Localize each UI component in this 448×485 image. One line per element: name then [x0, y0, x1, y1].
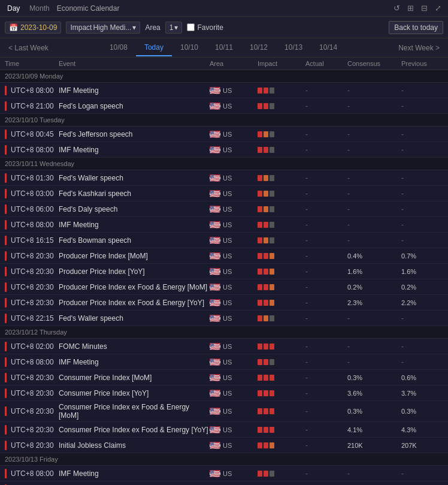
table-row[interactable]: UTC+8 22:00 Michigan Consumer Sentiment …: [0, 481, 448, 485]
event-cell: Fed's Logan speech: [59, 102, 210, 110]
impact-cell: [258, 147, 305, 153]
table-row[interactable]: UTC+8 20:30 Consumer Price Index [MoM] 🇺…: [0, 370, 448, 385]
row-indicator: [5, 406, 7, 416]
us-flag: 🇺🇸: [210, 359, 220, 366]
table-row[interactable]: UTC+8 20:30 Consumer Price Index ex Food…: [0, 401, 448, 422]
table-row[interactable]: UTC+8 08:00 IMF Meeting 🇺🇸 US - - -: [0, 217, 448, 233]
impact-bar: [258, 427, 262, 433]
us-flag: 🇺🇸: [210, 299, 220, 306]
table-row[interactable]: UTC+8 20:30 Producer Price Index ex Food…: [0, 295, 448, 311]
dash: -: [305, 283, 347, 291]
next-week-button[interactable]: Next Week >: [395, 41, 443, 55]
us-flag: 🇺🇸: [210, 221, 220, 228]
dash: -: [347, 469, 401, 478]
table-row[interactable]: UTC+8 08:00 IMF Meeting 🇺🇸 US - - -: [0, 354, 448, 370]
dash: -: [305, 130, 347, 138]
area-cell: 🇺🇸 US: [210, 268, 258, 275]
value-cell: 210K: [347, 442, 401, 449]
time-cell: UTC+8 08:00: [5, 220, 59, 230]
impact-bar: [258, 390, 262, 396]
impact-bar: [270, 300, 274, 306]
table-row[interactable]: UTC+8 22:15 Fed's Waller speech 🇺🇸 US - …: [0, 311, 448, 326]
table-row[interactable]: UTC+8 03:00 Fed's Kashkari speech 🇺🇸 US …: [0, 186, 448, 201]
impact-bar: [264, 206, 268, 212]
prev-week-button[interactable]: < Last Week: [5, 41, 52, 55]
event-cell: Fed's Bowman speech: [59, 236, 210, 245]
refresh-icon[interactable]: ↺: [392, 3, 402, 13]
table-row[interactable]: UTC+8 20:30 Producer Price Index [YoY] 🇺…: [0, 264, 448, 279]
table-row[interactable]: UTC+8 00:45 Fed's Jefferson speech 🇺🇸 US…: [0, 126, 448, 142]
day-tab-1014[interactable]: 10/14: [311, 40, 346, 56]
back-to-today-button[interactable]: Back to today: [389, 21, 443, 34]
table-row[interactable]: UTC+8 08:00 IMF Meeting 🇺🇸 US - - -: [0, 142, 448, 158]
row-indicator: [5, 236, 7, 245]
impact-bar: [258, 175, 262, 181]
area-cell: 🇺🇸 US: [210, 408, 258, 415]
layout2-icon[interactable]: ⊟: [419, 3, 429, 13]
impact-bar: [264, 442, 268, 448]
table-row[interactable]: UTC+8 20:30 Producer Price Index ex Food…: [0, 279, 448, 295]
row-indicator: [5, 298, 7, 308]
date-section: 2023/10/10 Tuesday: [0, 114, 448, 126]
table-row[interactable]: UTC+8 20:30 Producer Price Index [MoM] 🇺…: [0, 248, 448, 264]
time-cell: UTC+8 20:30: [5, 425, 59, 435]
impact-bar: [264, 269, 268, 275]
area-dropdown[interactable]: 1 ▾: [165, 22, 183, 34]
tab-month[interactable]: Month: [27, 3, 52, 14]
favorite-checkbox-label[interactable]: Favorite: [187, 23, 223, 32]
table-row[interactable]: UTC+8 20:30 Initial Jobless Claims 🇺🇸 US…: [0, 438, 448, 453]
dash: -: [347, 102, 401, 110]
col-actual: Actual: [305, 60, 347, 67]
dash: -: [305, 314, 347, 323]
chevron-down-icon: ▾: [132, 23, 136, 32]
table-row[interactable]: UTC+8 21:00 Fed's Logan speech 🇺🇸 US - -…: [0, 98, 448, 114]
value-cell: 4.3%: [401, 426, 443, 433]
table-row[interactable]: UTC+8 08:00 IMF Meeting 🇺🇸 US - - -: [0, 466, 448, 481]
table-row[interactable]: UTC+8 01:30 Fed's Waller speech 🇺🇸 US - …: [0, 170, 448, 186]
dash: -: [347, 342, 401, 351]
expand-icon[interactable]: ⤢: [433, 3, 443, 13]
day-tab-1013[interactable]: 10/13: [276, 40, 311, 56]
dash: -: [305, 102, 347, 110]
layout1-icon[interactable]: ⊞: [405, 3, 416, 13]
day-tab-1011[interactable]: 10/11: [207, 40, 241, 56]
time-cell: UTC+8 08:00: [5, 86, 59, 95]
favorite-checkbox[interactable]: [187, 23, 195, 31]
time-cell: UTC+8 22:15: [5, 314, 59, 323]
day-tab-1008[interactable]: 10/08: [101, 40, 136, 56]
tab-day[interactable]: Day: [5, 3, 22, 14]
value-cell: 1.6%: [401, 268, 443, 275]
impact-bar: [264, 284, 268, 290]
impact-bar: [270, 375, 274, 381]
date-section: 2023/10/11 Wednesday: [0, 158, 448, 170]
impact-cell: [258, 471, 305, 477]
time-cell: UTC+8 21:00: [5, 101, 59, 111]
time-value: UTC+8 08:00: [11, 469, 54, 478]
table-row[interactable]: UTC+8 06:00 Fed's Daly speech 🇺🇸 US - - …: [0, 201, 448, 217]
time-value: UTC+8 03:00: [11, 189, 54, 198]
dash: -: [401, 205, 443, 213]
row-indicator: [5, 129, 7, 139]
day-tab-today[interactable]: Today: [136, 40, 172, 56]
time-value: UTC+8 21:00: [11, 102, 54, 110]
impact-dropdown[interactable]: Impact High Medi... ▾: [66, 22, 140, 34]
table-row[interactable]: UTC+8 02:00 FOMC Minutes 🇺🇸 US - - -: [0, 339, 448, 354]
time-value: UTC+8 08:00: [11, 86, 54, 95]
date-picker[interactable]: 📅 2023-10-09: [5, 22, 61, 34]
table-row[interactable]: UTC+8 08:00 IMF Meeting 🇺🇸 US - - -: [0, 83, 448, 98]
impact-bar: [264, 191, 268, 197]
time-value: UTC+8 20:30: [11, 441, 54, 450]
table-row[interactable]: UTC+8 16:15 Fed's Bowman speech 🇺🇸 US - …: [0, 233, 448, 248]
impact-bar: [258, 284, 262, 290]
impact-bar: [264, 222, 268, 228]
table-row[interactable]: UTC+8 20:30 Consumer Price Index [YoY] 🇺…: [0, 385, 448, 401]
table-row[interactable]: UTC+8 20:30 Consumer Price Index ex Food…: [0, 422, 448, 438]
value-cell: 0.7%: [401, 252, 443, 260]
day-tab-1012[interactable]: 10/12: [241, 40, 276, 56]
impact-cell: [258, 300, 305, 306]
event-cell: Fed's Jefferson speech: [59, 130, 210, 138]
day-tab-1010[interactable]: 10/10: [172, 40, 207, 56]
impact-value: High Medi...: [93, 23, 131, 32]
value-cell: 1.6%: [347, 268, 401, 275]
dash: -: [401, 469, 443, 478]
